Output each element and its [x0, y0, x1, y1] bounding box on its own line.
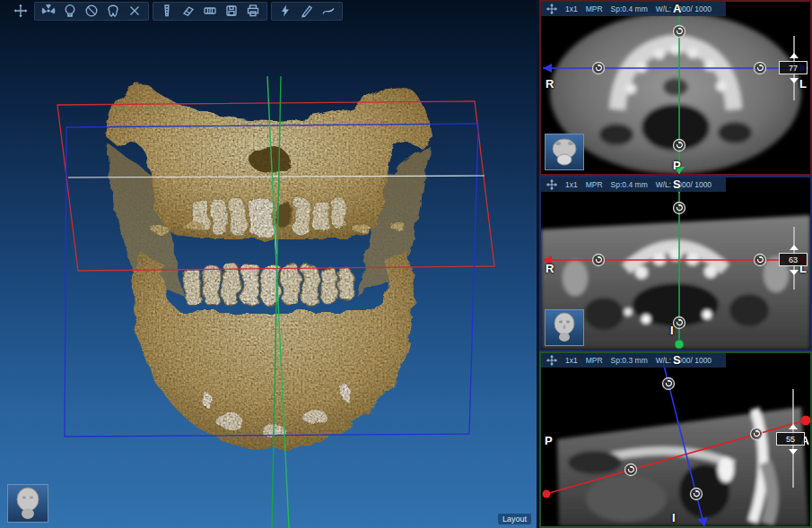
- rotate-handle[interactable]: [674, 203, 685, 214]
- volume-3d-viewport[interactable]: Layout: [0, 0, 537, 528]
- rotate-handle[interactable]: [674, 317, 685, 329]
- slice-spacing[interactable]: Sp:0.4 mm: [611, 180, 648, 189]
- pan-icon[interactable]: [546, 355, 557, 367]
- save-icon[interactable]: [222, 4, 241, 19]
- implant-icon[interactable]: [157, 4, 177, 19]
- window-level[interactable]: W/L: 4000/ 1000: [656, 356, 712, 365]
- flash-icon[interactable]: [275, 4, 295, 19]
- toolbar-group-annotate: [271, 2, 343, 21]
- white-slice-line[interactable]: [68, 176, 485, 177]
- orientation-label-s: S: [673, 177, 681, 191]
- red-end-dot-right[interactable]: [801, 416, 811, 426]
- rotate-handle[interactable]: [674, 140, 685, 151]
- head-front-icon: [546, 310, 583, 345]
- orientation-thumbnail-3d[interactable]: [7, 484, 48, 523]
- pen-icon[interactable]: [297, 4, 317, 19]
- rotate-handle[interactable]: [755, 255, 766, 266]
- orientation-label-p: P: [545, 434, 553, 447]
- orientation-thumbnail-coronal[interactable]: [545, 309, 584, 346]
- block-icon[interactable]: [82, 4, 101, 19]
- toolbar-group-volume: [34, 2, 149, 21]
- head-top-icon: [546, 134, 583, 169]
- orientation-label-l: L: [799, 77, 807, 91]
- axial-h-arrow-left[interactable]: [543, 64, 552, 73]
- window-level[interactable]: W/L: 4000/ 1000: [656, 4, 712, 13]
- coronal-v-end-dot[interactable]: [675, 340, 684, 349]
- close-icon[interactable]: [125, 4, 144, 19]
- window-level[interactable]: W/L: 4000/ 1000: [656, 180, 712, 189]
- layout-button[interactable]: Layout: [498, 514, 531, 524]
- pan-icon[interactable]: [546, 4, 557, 15]
- zoom-mode[interactable]: 1x1: [565, 180, 578, 189]
- curve-icon[interactable]: [319, 4, 338, 19]
- view-mode[interactable]: MPR: [586, 356, 603, 365]
- sagittal-slice-graphics: [541, 353, 810, 526]
- orientation-label-a: A: [673, 2, 681, 15]
- slice-spacing[interactable]: Sp:0.3 mm: [611, 356, 648, 365]
- orientation-label-p: P: [673, 159, 681, 172]
- toolbar-group-tools: [153, 2, 267, 21]
- green-axis-line-1[interactable]: [267, 76, 289, 528]
- pan-icon[interactable]: [546, 179, 557, 191]
- mpr-viewport-axial[interactable]: 1x1 MPR Sp:0.4 mm W/L: 4000/ 1000 A P R …: [539, 0, 812, 176]
- rotate-handle[interactable]: [593, 255, 605, 266]
- cbct-viewer-window: Layout: [0, 0, 812, 528]
- red-end-dot-left[interactable]: [543, 490, 551, 498]
- zoom-mode[interactable]: 1x1: [565, 4, 578, 13]
- print-icon[interactable]: [243, 4, 263, 19]
- tooth-icon[interactable]: [103, 4, 123, 19]
- sagittal-ct-image[interactable]: [557, 407, 808, 526]
- view-mode[interactable]: MPR: [586, 4, 603, 13]
- rotate-handle[interactable]: [674, 26, 685, 38]
- teeth-row-icon[interactable]: [200, 4, 220, 19]
- coronal-header-bar: 1x1 MPR Sp:0.4 mm W/L: 4000/ 1000: [541, 177, 726, 192]
- rotate-handle[interactable]: [755, 63, 766, 74]
- head-front-icon: [8, 485, 48, 522]
- rotate-handle[interactable]: [593, 63, 605, 74]
- rotate-handle[interactable]: [663, 378, 675, 390]
- rotate-handle[interactable]: [691, 489, 703, 500]
- crop-box-overlay[interactable]: [0, 0, 537, 528]
- main-toolbar: [11, 2, 343, 20]
- orientation-label-s: S: [673, 353, 681, 367]
- zoom-mode[interactable]: 1x1: [565, 356, 578, 365]
- eraser-icon[interactable]: [179, 4, 198, 19]
- orientation-label-i: I: [672, 511, 676, 524]
- view-mode[interactable]: MPR: [586, 180, 603, 189]
- orientation-thumbnail-axial[interactable]: [545, 134, 584, 170]
- axial-header-bar: 1x1 MPR Sp:0.4 mm W/L: 4000/ 1000: [541, 2, 726, 16]
- orientation-label-r: R: [546, 77, 554, 91]
- radiation-icon[interactable]: [39, 4, 58, 19]
- pan-icon[interactable]: [11, 4, 31, 19]
- slice-spacing[interactable]: Sp:0.4 mm: [611, 4, 648, 13]
- sagittal-header-bar: 1x1 MPR Sp:0.3 mm W/L: 4000/ 1000: [541, 353, 726, 368]
- slice-number-box[interactable]: 77: [779, 61, 808, 74]
- orientation-label-r: R: [546, 262, 554, 275]
- head-icon[interactable]: [60, 4, 80, 19]
- green-axis-line-2[interactable]: [272, 76, 281, 528]
- mpr-viewport-sagittal[interactable]: 1x1 MPR Sp:0.3 mm W/L: 4000/ 1000 S I P …: [539, 351, 812, 528]
- mpr-viewport-coronal[interactable]: 1x1 MPR Sp:0.4 mm W/L: 4000/ 1000 S I R …: [539, 176, 812, 351]
- rotate-handle[interactable]: [751, 428, 763, 440]
- rotate-handle[interactable]: [625, 464, 637, 476]
- slice-number-box[interactable]: 55: [776, 432, 805, 446]
- orientation-label-i: I: [670, 324, 674, 337]
- slice-up-arrow[interactable]: [790, 53, 799, 58]
- slice-number-box[interactable]: 63: [779, 253, 808, 266]
